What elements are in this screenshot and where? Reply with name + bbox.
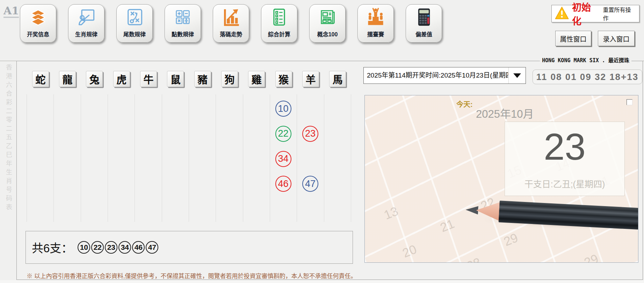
pencil-lead: [465, 205, 478, 215]
calendar-ganzhi: 干支日:乙丑;(星期四): [505, 177, 624, 190]
number-ball-22: 22: [275, 126, 291, 142]
toolbar-button-label: 开奖信息: [20, 30, 56, 38]
grid-column-line: [53, 94, 54, 222]
period-dropdown-value: 2025年第114期开奖时间:2025年10月23日(星期四): [367, 67, 508, 84]
toolbar-button-label: 擂臺賽: [358, 30, 393, 38]
summary-ball-23: 23: [105, 241, 117, 254]
grid-column-line: [297, 94, 297, 222]
toolbar-button-label: 尾数规律: [117, 30, 152, 38]
zodiac-button-12[interactable]: 馬: [329, 71, 346, 87]
dropdown-arrow-button[interactable]: [508, 67, 526, 84]
summary-balls: 102223344647: [78, 241, 158, 254]
number-ball-23: 23: [302, 126, 318, 142]
summary-ball-46: 46: [132, 241, 145, 254]
summary-ball-47: 47: [146, 241, 158, 254]
toolbar-button-7[interactable]: 概念100: [309, 4, 346, 43]
toolbar-button-3[interactable]: 尾数规律: [116, 4, 153, 43]
grid-column-line: [81, 94, 81, 222]
initialize-label: 初始化: [572, 0, 600, 27]
strategy-icon: [125, 7, 144, 27]
number-ball-10: 10: [275, 101, 291, 117]
toolbar-button-label: 點數規律: [165, 30, 201, 38]
recent-draw-label: HONG KONG MARK SIX . 最近搅珠: [540, 58, 631, 64]
grid-column-line: [324, 94, 324, 222]
zodiac-button-3[interactable]: 兔: [86, 71, 103, 87]
toolbar-button-6[interactable]: 綜合計算: [261, 4, 297, 43]
reset-all-label: 重置所有操作: [603, 5, 636, 22]
trend-chart-icon: [221, 7, 241, 27]
books-icon: [28, 7, 48, 27]
zodiac-button-4[interactable]: 虎: [113, 71, 130, 87]
podium-icon: [366, 7, 385, 27]
grid-column-line: [243, 94, 243, 222]
toolbar-button-5[interactable]: 落碼走勢: [213, 4, 249, 43]
checklist-icon: [269, 7, 289, 27]
grid-column-line: [189, 94, 189, 222]
grid-column-line: [351, 94, 351, 222]
newspaper-icon: [318, 7, 337, 27]
grid-column-line: [270, 94, 270, 222]
math-grid-icon: [173, 7, 193, 27]
footer-strip: [0, 280, 644, 283]
calendar-panel: 13202122282915142129 今天: 2025年10月 23 干支日…: [364, 95, 638, 263]
toolbar-button-label: 落碼走勢: [213, 30, 249, 38]
grid-column-line: [135, 94, 135, 222]
toolbar-button-1[interactable]: 开奖信息: [20, 4, 56, 43]
toolbar-button-label: 概念100: [310, 30, 345, 38]
chevron-down-icon: [513, 73, 521, 78]
toolbar-button-9[interactable]: 偏差值: [406, 4, 442, 43]
zodiac-button-9[interactable]: 雞: [248, 71, 265, 87]
toolbar-button-4[interactable]: 點數規律: [165, 4, 201, 43]
app-window: A1 开奖信息生肖规律尾数规律點數規律落碼走勢綜合計算概念100擂臺賽偏差值 初…: [0, 0, 644, 283]
toolbar-button-8[interactable]: 擂臺賽: [357, 4, 394, 43]
toolbar-button-label: 綜合計算: [261, 30, 297, 38]
calendar-day-number: 23: [505, 121, 624, 173]
zodiac-button-10[interactable]: 猴: [275, 71, 292, 87]
grid-column-line: [108, 94, 108, 222]
summary-ball-10: 10: [78, 241, 90, 254]
zodiac-button-11[interactable]: 羊: [302, 71, 319, 87]
initialize-button[interactable]: 初始化 重置所有操作: [551, 5, 639, 22]
summary-box: 共6支： 102223344647: [26, 231, 353, 264]
today-label: 今天:: [456, 99, 473, 109]
entry-window-button[interactable]: 录入窗口: [598, 31, 635, 46]
presenter-icon: [77, 7, 96, 27]
property-window-button[interactable]: 属性窗口: [555, 31, 591, 46]
zodiac-button-1[interactable]: 蛇: [32, 71, 49, 87]
disclaimer-text: ※ 以上內容引用香港正版六合彩資料,僅提供參考，不保證其正確性，閱覽者若用於投資…: [27, 271, 356, 280]
calendar-checkbox[interactable]: [627, 99, 632, 105]
calendar-day-card: 23 干支日:乙丑;(星期四): [505, 122, 625, 196]
toolbar-button-label: 偏差值: [406, 30, 442, 38]
toolbar-button-label: 生肖规律: [68, 30, 104, 38]
calculator-icon: [414, 7, 434, 27]
grid-column-line: [216, 94, 216, 222]
zodiac-button-8[interactable]: 狗: [221, 71, 238, 87]
summary-ball-34: 34: [118, 241, 131, 254]
toolbar-button-2[interactable]: 生肖规律: [68, 4, 104, 43]
zodiac-button-5[interactable]: 牛: [140, 71, 157, 87]
calendar-month: 2025年10月: [476, 105, 534, 121]
number-ball-46: 46: [275, 176, 291, 192]
summary-prefix: 共6支：: [32, 239, 73, 256]
zodiac-button-2[interactable]: 龍: [59, 71, 76, 87]
grid-column-line: [162, 94, 162, 222]
warning-icon: [555, 6, 569, 21]
grid-column-line: [27, 94, 27, 222]
vertical-title: 香港六合彩二零二五乙巳年生肖号码表: [4, 64, 13, 212]
zodiac-button-6[interactable]: 鼠: [167, 71, 184, 87]
a1-link[interactable]: A1: [3, 5, 19, 18]
recent-draw-numbers: 11 08 01 09 32 18+13: [533, 70, 642, 84]
number-ball-34: 34: [275, 151, 291, 167]
summary-ball-22: 22: [91, 241, 104, 254]
zodiac-button-7[interactable]: 豬: [194, 71, 211, 87]
period-dropdown[interactable]: 2025年第114期开奖时间:2025年10月23日(星期四): [363, 67, 526, 84]
